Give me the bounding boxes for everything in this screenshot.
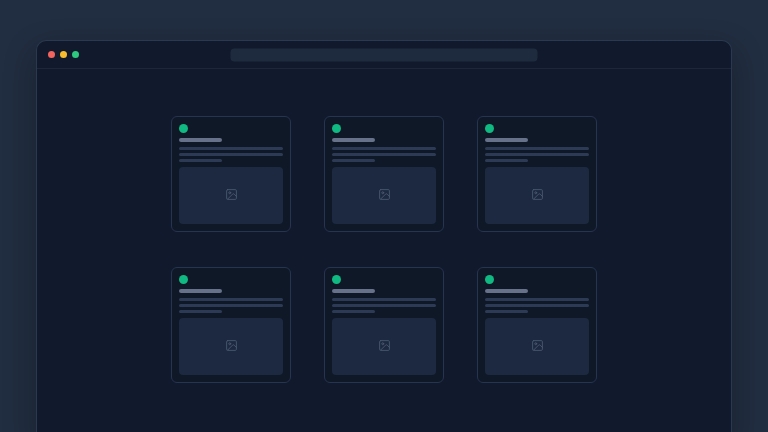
content-card[interactable] <box>324 267 444 383</box>
skeleton-title-bar <box>485 138 528 142</box>
skeleton-text-line <box>485 147 589 150</box>
image-placeholder <box>485 167 589 224</box>
minimize-button[interactable] <box>60 51 67 58</box>
skeleton-text-line <box>332 304 436 307</box>
skeleton-text-line-short <box>485 159 528 162</box>
image-placeholder-icon <box>378 338 391 356</box>
skeleton-text-line <box>179 147 283 150</box>
skeleton-text-line-short <box>332 159 375 162</box>
image-placeholder <box>179 167 283 224</box>
skeleton-text-line <box>332 153 436 156</box>
skeleton-text-line-short <box>485 310 528 313</box>
skeleton-text-line <box>179 304 283 307</box>
skeleton-text-line <box>332 298 436 301</box>
content-card[interactable] <box>171 267 291 383</box>
skeleton-text-line-short <box>332 310 375 313</box>
image-placeholder <box>332 167 436 224</box>
skeleton-text-line-short <box>179 310 222 313</box>
skeleton-title-bar <box>485 289 528 293</box>
image-placeholder-icon <box>225 187 238 205</box>
skeleton-text-line <box>485 153 589 156</box>
skeleton-title-bar <box>179 138 222 142</box>
skeleton-text-line-short <box>179 159 222 162</box>
skeleton-text-line <box>485 304 589 307</box>
window-titlebar <box>37 41 731 69</box>
skeleton-text-line <box>485 298 589 301</box>
skeleton-title-bar <box>179 289 222 293</box>
skeleton-text-line <box>332 147 436 150</box>
status-dot <box>332 275 341 284</box>
image-placeholder <box>485 318 589 375</box>
skeleton-text-line <box>179 153 283 156</box>
status-dot <box>485 124 494 133</box>
status-dot <box>332 124 341 133</box>
browser-window <box>36 40 732 432</box>
status-dot <box>485 275 494 284</box>
skeleton-title-bar <box>332 289 375 293</box>
card-grid <box>171 116 597 383</box>
traffic-lights <box>48 51 79 58</box>
image-placeholder-icon <box>378 187 391 205</box>
status-dot <box>179 124 188 133</box>
image-placeholder-icon <box>531 338 544 356</box>
image-placeholder-icon <box>225 338 238 356</box>
content-card[interactable] <box>477 116 597 232</box>
address-bar[interactable] <box>231 48 538 61</box>
image-placeholder <box>179 318 283 375</box>
image-placeholder-icon <box>531 187 544 205</box>
close-button[interactable] <box>48 51 55 58</box>
image-placeholder <box>332 318 436 375</box>
status-dot <box>179 275 188 284</box>
content-card[interactable] <box>171 116 291 232</box>
content-card[interactable] <box>324 116 444 232</box>
skeleton-title-bar <box>332 138 375 142</box>
maximize-button[interactable] <box>72 51 79 58</box>
skeleton-text-line <box>179 298 283 301</box>
content-card[interactable] <box>477 267 597 383</box>
